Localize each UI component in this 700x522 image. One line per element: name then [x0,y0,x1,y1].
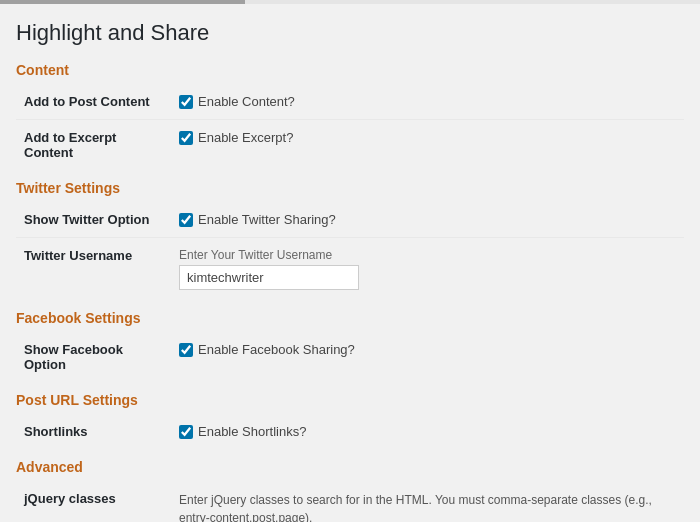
section-header-post-url: Post URL Settings [16,392,684,408]
checkbox-enable-facebook[interactable] [179,343,193,357]
section-header-facebook: Facebook Settings [16,310,684,326]
table-row: Show Twitter Option Enable Twitter Shari… [16,202,684,238]
page-title: Highlight and Share [16,20,684,46]
twitter-username-input[interactable] [179,265,359,290]
table-row: Add to Post Content Enable Content? [16,84,684,120]
table-row: Add to Excerpt Content Enable Excerpt? [16,120,684,171]
table-row: Show Facebook Option Enable Facebook Sha… [16,332,684,382]
content-settings-table: Add to Post Content Enable Content? Add … [16,84,684,170]
checkbox-label-text-enable-excerpt: Enable Excerpt? [198,130,293,145]
facebook-settings-table: Show Facebook Option Enable Facebook Sha… [16,332,684,382]
checkbox-label-text-enable-twitter: Enable Twitter Sharing? [198,212,336,227]
checkbox-enable-twitter[interactable] [179,213,193,227]
label-add-to-excerpt-content: Add to Excerpt Content [16,120,171,171]
table-row: Shortlinks Enable Shortlinks? [16,414,684,449]
control-twitter-username: Enter Your Twitter Username [171,238,684,301]
checkbox-label-text-enable-shortlinks: Enable Shortlinks? [198,424,306,439]
checkbox-enable-excerpt[interactable] [179,131,193,145]
checkbox-label-enable-shortlinks[interactable]: Enable Shortlinks? [179,424,676,439]
label-show-facebook-option: Show Facebook Option [16,332,171,382]
control-shortlinks: Enable Shortlinks? [171,414,684,449]
label-jquery-classes: jQuery classes [16,481,171,522]
jquery-classes-description: Enter jQuery classes to search for in th… [179,491,676,522]
checkbox-label-text-enable-facebook: Enable Facebook Sharing? [198,342,355,357]
control-jquery-classes: Enter jQuery classes to search for in th… [171,481,684,522]
control-show-facebook-option: Enable Facebook Sharing? [171,332,684,382]
checkbox-label-enable-content[interactable]: Enable Content? [179,94,676,109]
page-wrapper: Highlight and Share Content Add to Post … [0,0,700,522]
twitter-username-input-label: Enter Your Twitter Username [179,248,676,262]
table-row: Twitter Username Enter Your Twitter User… [16,238,684,301]
checkbox-enable-content[interactable] [179,95,193,109]
section-header-content: Content [16,62,684,78]
control-show-twitter-option: Enable Twitter Sharing? [171,202,684,238]
post-url-settings-table: Shortlinks Enable Shortlinks? [16,414,684,449]
table-row: jQuery classes Enter jQuery classes to s… [16,481,684,522]
label-twitter-username: Twitter Username [16,238,171,301]
control-add-to-post-content: Enable Content? [171,84,684,120]
checkbox-label-enable-facebook[interactable]: Enable Facebook Sharing? [179,342,676,357]
section-header-advanced: Advanced [16,459,684,475]
label-shortlinks: Shortlinks [16,414,171,449]
label-show-twitter-option: Show Twitter Option [16,202,171,238]
checkbox-enable-shortlinks[interactable] [179,425,193,439]
content-area: Highlight and Share Content Add to Post … [0,4,700,522]
checkbox-label-enable-twitter[interactable]: Enable Twitter Sharing? [179,212,676,227]
label-add-to-post-content: Add to Post Content [16,84,171,120]
control-add-to-excerpt-content: Enable Excerpt? [171,120,684,171]
twitter-settings-table: Show Twitter Option Enable Twitter Shari… [16,202,684,300]
advanced-settings-table: jQuery classes Enter jQuery classes to s… [16,481,684,522]
checkbox-label-text-enable-content: Enable Content? [198,94,295,109]
checkbox-label-enable-excerpt[interactable]: Enable Excerpt? [179,130,676,145]
section-header-twitter: Twitter Settings [16,180,684,196]
